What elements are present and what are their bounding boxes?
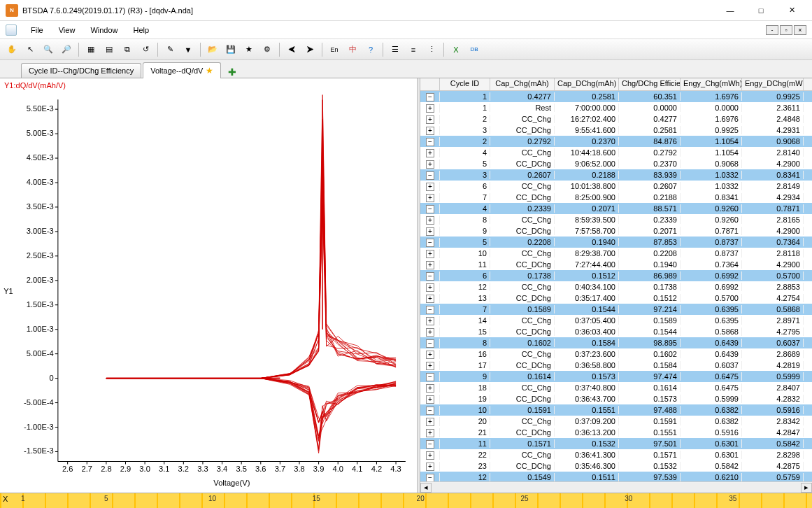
expander-cell[interactable]: + (420, 462, 440, 471)
menu-help[interactable]: Help (127, 24, 157, 36)
table-row[interactable]: +7CC_DChg8:25:00.9000.21880.83414.2934 (420, 192, 812, 203)
next-icon[interactable]: ⮞ (302, 42, 318, 57)
expand-icon[interactable]: + (426, 250, 434, 258)
zoom-in-icon[interactable]: 🔍 (41, 42, 56, 57)
expander-cell[interactable]: + (420, 148, 440, 157)
expand-icon[interactable]: + (426, 183, 434, 191)
expander-cell[interactable]: − (420, 204, 440, 213)
collapse-icon[interactable]: − (426, 93, 434, 101)
table-row[interactable]: +5CC_DChg9:06:52.0000.23700.90684.2900 (420, 158, 812, 169)
scroll-right-icon[interactable]: ▸ (801, 483, 812, 493)
hand-tool-icon[interactable]: ✋ (4, 42, 20, 57)
collapse-icon[interactable]: − (426, 440, 434, 449)
lang-en-icon[interactable]: En (327, 42, 342, 57)
expander-cell[interactable]: − (420, 171, 440, 180)
mdi-minimize-button[interactable]: - (766, 25, 778, 35)
expander-cell[interactable]: + (420, 126, 440, 135)
table-row[interactable]: +3CC_DChg9:55:41.6000.25810.99254.2931 (420, 125, 812, 136)
expander-cell[interactable]: + (420, 395, 440, 404)
collapse-icon[interactable]: − (426, 239, 434, 247)
table-row[interactable]: −110.15710.153297.5010.63010.5842 (420, 438, 812, 449)
copy-icon[interactable]: ⧉ (120, 42, 135, 57)
table-row[interactable]: +1Rest7:00:00.0000.00000.00002.3611 (420, 102, 812, 113)
tab-efficiency[interactable]: Cycle ID--Chg/DChg Efficiency (21, 63, 141, 78)
expander-cell[interactable]: + (420, 115, 440, 124)
expander-cell[interactable]: + (420, 160, 440, 169)
expander-cell[interactable]: − (420, 339, 440, 348)
expander-cell[interactable]: − (420, 137, 440, 146)
grid-header-eff[interactable]: Chg/DChg Efficiency (619, 78, 681, 90)
expand-icon[interactable]: + (426, 451, 434, 460)
marker-icon[interactable]: ✎ (162, 42, 178, 57)
expander-cell[interactable]: − (420, 92, 440, 101)
table-row[interactable]: +16CC_Chg0:37:23.6000.16020.64392.8689 (420, 348, 812, 360)
expand-icon[interactable]: + (426, 384, 434, 393)
expander-cell[interactable]: + (420, 283, 440, 292)
collapse-icon[interactable]: − (426, 407, 434, 415)
expander-cell[interactable]: + (420, 383, 440, 393)
expand-icon[interactable]: + (426, 351, 434, 359)
expander-cell[interactable]: + (420, 193, 440, 202)
grid-header-engychg[interactable]: Engy_Chg(mWh) (681, 78, 742, 90)
expander-cell[interactable]: + (420, 260, 440, 269)
close-button[interactable]: ✕ (777, 1, 806, 20)
table-row[interactable]: −70.15890.154497.2140.63950.5868 (420, 304, 812, 315)
table-row[interactable]: +4CC_Chg10:44:18.6000.27921.10542.8140 (420, 147, 812, 158)
open-icon[interactable]: 📂 (205, 42, 220, 57)
expander-cell[interactable]: − (420, 439, 440, 449)
favorite-icon[interactable]: ★ (241, 42, 257, 57)
expander-cell[interactable]: + (420, 361, 440, 370)
table-view-icon[interactable]: ☰ (387, 42, 403, 57)
grid-icon[interactable]: ▦ (83, 42, 99, 57)
table-row[interactable]: −80.16020.158498.8950.64390.6037 (420, 337, 812, 348)
expand-icon[interactable]: + (426, 227, 434, 236)
collapse-icon[interactable]: − (426, 272, 434, 281)
save-icon[interactable]: 💾 (223, 42, 238, 57)
table-row[interactable]: +21CC_DChg0:36:13.2000.15510.59164.2847 (420, 427, 812, 438)
expand-icon[interactable]: + (426, 261, 434, 269)
add-tab-button[interactable]: ✚ (228, 66, 236, 78)
collapse-icon[interactable]: − (426, 306, 434, 314)
expand-icon[interactable]: + (426, 395, 434, 404)
detail-view-icon[interactable]: ≡ (406, 42, 421, 57)
expand-icon[interactable]: + (426, 216, 434, 225)
table-row[interactable]: +15CC_DChg0:36:03.4000.15440.58684.2795 (420, 326, 812, 337)
table-row[interactable]: +12CC_Chg0:40:34.1000.17380.69922.8853 (420, 281, 812, 292)
table-row[interactable]: −60.17380.151286.9890.69920.5700 (420, 270, 812, 281)
export-excel-icon[interactable]: X (448, 42, 464, 57)
table-row[interactable]: +22CC_Chg0:36:41.3000.15710.63012.8298 (420, 449, 812, 460)
compact-view-icon[interactable]: ⋮ (424, 42, 439, 57)
table-row[interactable]: +13CC_DChg0:35:17.4000.15120.57004.2754 (420, 292, 812, 304)
maximize-button[interactable]: □ (746, 1, 776, 20)
table-row[interactable]: −40.23390.207188.5710.92600.7871 (420, 203, 812, 214)
expand-icon[interactable]: + (426, 295, 434, 303)
menu-view[interactable]: View (52, 24, 83, 36)
expander-cell[interactable]: + (420, 249, 440, 258)
lang-cn-icon[interactable]: 中 (345, 42, 360, 57)
collapse-icon[interactable]: − (426, 138, 434, 146)
expander-cell[interactable]: − (420, 238, 440, 247)
table-row[interactable]: −10.42770.258160.3511.69760.9925 (420, 91, 812, 102)
pointer-tool-icon[interactable]: ↖ (22, 42, 38, 57)
tab-dqdv[interactable]: Voltage--dQ/dV ★ (143, 62, 221, 78)
expand-icon[interactable]: + (426, 115, 434, 124)
export-data-icon[interactable]: DB (466, 42, 482, 57)
expander-cell[interactable]: + (420, 294, 440, 303)
expander-cell[interactable]: − (420, 406, 440, 415)
expander-cell[interactable]: + (420, 316, 440, 325)
grid-header-engydchg[interactable]: Engy_DChg(mWh) (742, 78, 804, 90)
table-row[interactable]: +20CC_Chg0:37:09.2000.15910.63822.8342 (420, 416, 812, 427)
expand-icon[interactable]: + (426, 362, 434, 370)
chart-plot-area[interactable]: -1.50E-3-1.00E-3-5.00E-405.00E-41.00E-31… (14, 92, 414, 490)
zoom-out-icon[interactable]: 🔎 (59, 42, 74, 57)
expander-cell[interactable]: − (420, 473, 440, 482)
grid-header-capdchg[interactable]: Cap_DChg(mAh) (555, 78, 619, 90)
expander-cell[interactable]: + (420, 104, 440, 113)
grid-hscroll[interactable]: ◂ ▸ (420, 481, 812, 493)
collapse-icon[interactable]: − (426, 171, 434, 180)
expander-cell[interactable]: + (420, 350, 440, 359)
minimize-button[interactable]: — (715, 1, 745, 20)
expander-cell[interactable]: − (420, 271, 440, 281)
expander-cell[interactable]: − (420, 305, 440, 314)
help-icon[interactable]: ? (363, 42, 378, 57)
